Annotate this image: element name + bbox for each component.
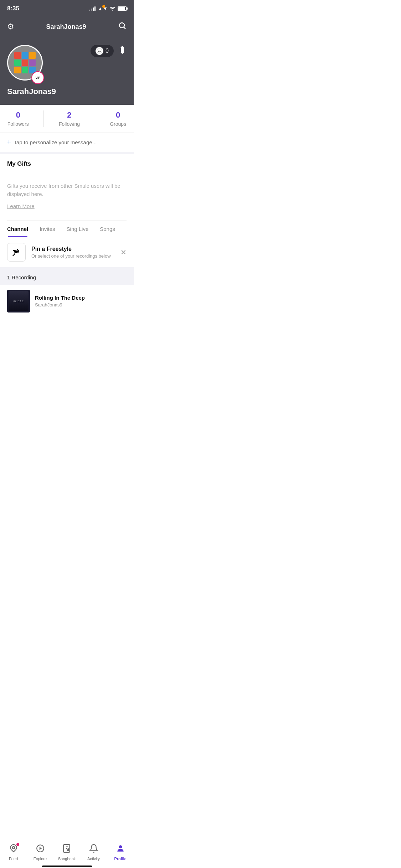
wifi-icon — [110, 6, 115, 11]
tab-songs[interactable]: Songs — [94, 221, 121, 237]
search-icon[interactable] — [118, 21, 127, 32]
avatar-container: VIP — [7, 45, 43, 84]
plus-icon: + — [7, 139, 11, 146]
edit-brush-icon[interactable] — [118, 46, 127, 56]
avatar-image — [14, 52, 36, 73]
profile-section: VIP ω 0 — [0, 38, 134, 105]
following-stat[interactable]: 2 Following — [59, 110, 80, 127]
smule-coin-icon: ω — [96, 47, 103, 55]
gifts-title: My Gifts — [7, 160, 31, 167]
header-title: SarahJonas9 — [46, 23, 86, 31]
recording-count: 1 Recording — [0, 270, 134, 285]
tab-invites[interactable]: Invites — [34, 221, 61, 237]
followers-count: 0 — [16, 110, 20, 120]
pin-freestyle-card: Pin a Freestyle Or select one of your re… — [0, 237, 134, 270]
header: ⚙ SarahJonas9 — [0, 16, 134, 38]
svg-line-5 — [13, 254, 15, 255]
coin-count: 0 — [106, 48, 109, 54]
pin-close-button[interactable]: ✕ — [120, 248, 127, 257]
coin-badge: ω 0 — [91, 45, 114, 57]
tabs-row: Channel Invites Sing Live Songs — [0, 221, 134, 237]
svg-rect-4 — [121, 47, 123, 53]
personalize-text: Tap to personalize your message... — [14, 139, 97, 145]
followers-stat[interactable]: 0 Followers — [7, 110, 29, 127]
svg-point-0 — [119, 23, 124, 28]
status-icons: ▲▼ — [89, 6, 127, 11]
song-artist: SarahJonas9 — [35, 302, 127, 308]
followers-label: Followers — [7, 121, 29, 127]
pin-icon-box — [7, 243, 26, 262]
groups-label: Groups — [110, 121, 126, 127]
svg-text:ω: ω — [98, 49, 101, 53]
stats-row: 0 Followers 2 Following 0 Groups — [0, 105, 134, 133]
gifts-section: My Gifts Gifts you receive from other Sm… — [0, 154, 134, 221]
profile-right: ω 0 — [91, 45, 127, 57]
pin-subtitle: Or select one of your recordings below — [31, 253, 115, 259]
gifts-header: My Gifts — [0, 154, 134, 172]
pin-freestyle-text: Pin a Freestyle Or select one of your re… — [31, 246, 115, 259]
battery-icon — [118, 6, 127, 11]
following-label: Following — [59, 121, 80, 127]
gifts-empty-text: Gifts you receive from other Smule users… — [7, 183, 120, 197]
song-thumbnail: ADELE — [7, 290, 30, 312]
vip-badge: VIP — [31, 71, 44, 84]
personalize-message-row[interactable]: + Tap to personalize your message... — [0, 133, 134, 154]
status-bar: 8:35 ▲▼ — [0, 0, 134, 16]
following-count: 2 — [67, 110, 71, 120]
pin-title: Pin a Freestyle — [31, 246, 115, 252]
signal-icon — [89, 6, 96, 11]
svg-line-1 — [124, 27, 126, 29]
settings-icon[interactable]: ⚙ — [7, 22, 14, 31]
groups-count: 0 — [116, 110, 120, 120]
groups-stat[interactable]: 0 Groups — [110, 110, 126, 127]
song-info: Rolling In The Deep SarahJonas9 — [35, 295, 127, 308]
stat-divider-1 — [43, 110, 44, 127]
status-time: 8:35 — [7, 5, 19, 12]
song-title: Rolling In The Deep — [35, 295, 127, 301]
username: SarahJonas9 — [7, 87, 56, 96]
orange-dot-indicator — [102, 5, 105, 8]
stat-divider-2 — [95, 110, 95, 127]
song-item[interactable]: ADELE Rolling In The Deep SarahJonas9 — [0, 285, 134, 317]
learn-more-link[interactable]: Learn More — [7, 202, 127, 211]
gifts-empty-state: Gifts you receive from other Smule users… — [0, 172, 134, 221]
tab-sing-live[interactable]: Sing Live — [61, 221, 94, 237]
tab-channel[interactable]: Channel — [1, 221, 34, 237]
